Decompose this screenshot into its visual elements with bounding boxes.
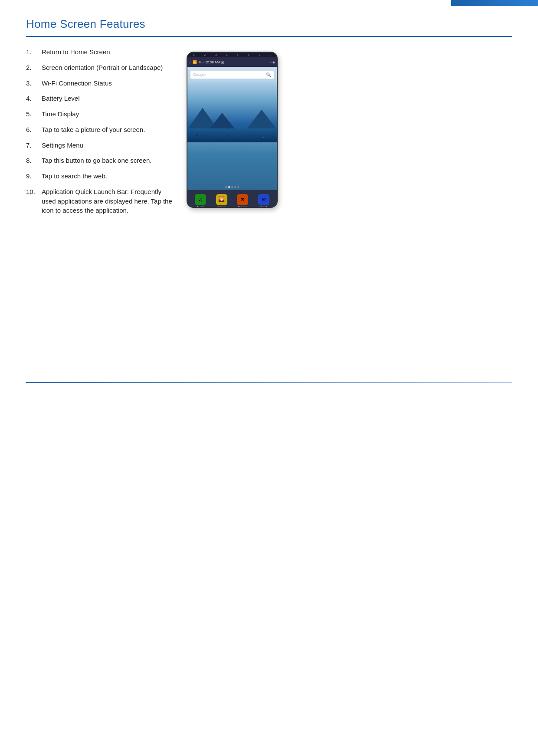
feature-text-7: Settings Menu [42, 141, 174, 150]
bottom-separator-line [26, 382, 512, 383]
feature-item-6: 6. Tap to take a picture of your screen. [26, 125, 174, 135]
status-left: ⌂ 📶 ≋ ▪ 12:38 AM ▣ [189, 60, 224, 64]
screen-body: Google 🔍 — 9 [187, 67, 277, 208]
main-content: 1. Return to Home Screen2. Screen orient… [26, 47, 512, 221]
wifi-icon: ≋ [198, 60, 201, 64]
dot-1: 1 [193, 53, 195, 56]
status-bar: ⌂ 📶 ≋ ▪ 12:38 AM ▣ ≡ ◆ [187, 57, 277, 67]
page-dots [225, 186, 239, 188]
dock-item-music[interactable]: ♫ Music [195, 194, 206, 208]
battery-indicator: ▪ [203, 60, 204, 64]
feature-item-4: 4. Battery Level [26, 94, 174, 103]
dot-5: 5 [237, 53, 239, 56]
phone-mockup-wrapper: 1 2 3 4 5 6 7 8 ⌂ 📶 ≋ ▪ 12:38 [187, 52, 282, 208]
feature-list: 1. Return to Home Screen2. Screen orient… [26, 47, 174, 221]
reflection-dot-1 [196, 134, 198, 136]
mountain-right [246, 108, 277, 129]
page-title-section: Home Screen Features [26, 17, 512, 37]
feature-num-8: 8. [26, 156, 42, 165]
feature-item-5: 5. Time Display [26, 109, 174, 119]
feature-item-1: 1. Return to Home Screen [26, 47, 174, 57]
back-icon: ◆ [272, 60, 275, 64]
feature-text-10: Application Quick Launch Bar: Frequently… [42, 187, 174, 215]
feature-item-8: 8. Tap this button to go back one screen… [26, 156, 174, 165]
feature-num-7: 7. [26, 141, 42, 150]
feature-item-7: 7. Settings Menu [26, 141, 174, 150]
feature-text-6: Tap to take a picture of your screen. [42, 125, 174, 135]
search-icon: 🔍 [266, 72, 271, 77]
dock-item-gallery[interactable]: 🌄 Gallery [216, 194, 227, 208]
dock-item-browser[interactable]: ✖ Browser [237, 194, 248, 208]
gallery-icon: 🌄 [216, 194, 227, 205]
dot-4: 4 [226, 53, 227, 56]
browser-icon: ✖ [237, 194, 248, 205]
reflection-dot-2 [226, 135, 228, 136]
dock-item-email[interactable]: ✉ Email [258, 194, 269, 208]
page-dot-2 [228, 186, 230, 188]
feature-item-10: 10. Application Quick Launch Bar: Freque… [26, 187, 174, 215]
water-area [187, 128, 277, 142]
dot-8: 8 [269, 53, 271, 56]
google-placeholder: Google [193, 72, 206, 77]
music-icon: ♫ [195, 194, 206, 205]
home-icon: ⌂ [189, 60, 191, 64]
email-icon: ✉ [258, 194, 269, 205]
reflection-dot-3 [262, 137, 264, 138]
signal-icon: 📶 [193, 60, 197, 64]
feature-text-4: Battery Level [42, 94, 174, 103]
feature-num-6: 6. [26, 125, 42, 135]
menu-icon: ≡ [269, 60, 272, 64]
feature-text-1: Return to Home Screen [42, 47, 174, 57]
dot-2: 2 [204, 53, 206, 56]
dock-label-email: Email [260, 206, 267, 208]
dot-3: 3 [215, 53, 217, 56]
feature-num-4: 4. [26, 94, 42, 103]
landscape-image [187, 82, 277, 142]
feature-num-2: 2. [26, 63, 42, 72]
feature-item-2: 2. Screen orientation (Portrait or Lands… [26, 63, 174, 72]
feature-num-3: 3. [26, 79, 42, 88]
phone-mockup: 1 2 3 4 5 6 7 8 ⌂ 📶 ≋ ▪ 12:38 [187, 52, 278, 208]
feature-text-3: Wi-Fi Connection Status [42, 79, 174, 88]
page-title: Home Screen Features [26, 17, 512, 31]
feature-text-2: Screen orientation (Portrait or Landscap… [42, 63, 174, 72]
number-dots-row: 1 2 3 4 5 6 7 8 [187, 53, 277, 57]
page-dot-4 [234, 186, 236, 188]
feature-text-8: Tap this button to go back one screen. [42, 156, 174, 165]
dot-6: 6 [248, 53, 249, 56]
mountain-center [209, 110, 235, 129]
dock-label-gallery: Gallery [217, 206, 226, 208]
dock-label-music: Music [197, 206, 204, 208]
feature-num-1: 1. [26, 47, 42, 57]
bottom-dock: ♫ Music 🌄 Gallery ✖ Browser ✉ [187, 190, 277, 208]
dock-label-browser: Browser [238, 206, 247, 208]
feature-item-3: 3. Wi-Fi Connection Status [26, 79, 174, 88]
feature-num-5: 5. [26, 109, 42, 119]
time-display: 12:38 AM [205, 60, 220, 64]
photo-icon: ▣ [221, 60, 224, 64]
feature-num-10: 10. [26, 187, 42, 197]
feature-num-9: 9. [26, 171, 42, 181]
page-dot-1 [225, 186, 227, 188]
feature-text-5: Time Display [42, 109, 174, 119]
feature-text-9: Tap to search the web. [42, 171, 174, 181]
page-dot-5 [237, 186, 239, 188]
google-search-bar[interactable]: Google 🔍 [190, 70, 274, 79]
status-right: ≡ ◆ [269, 60, 275, 64]
page-dot-3 [231, 186, 233, 188]
feature-item-9: 9. Tap to search the web. [26, 171, 174, 181]
dot-7: 7 [259, 53, 260, 56]
